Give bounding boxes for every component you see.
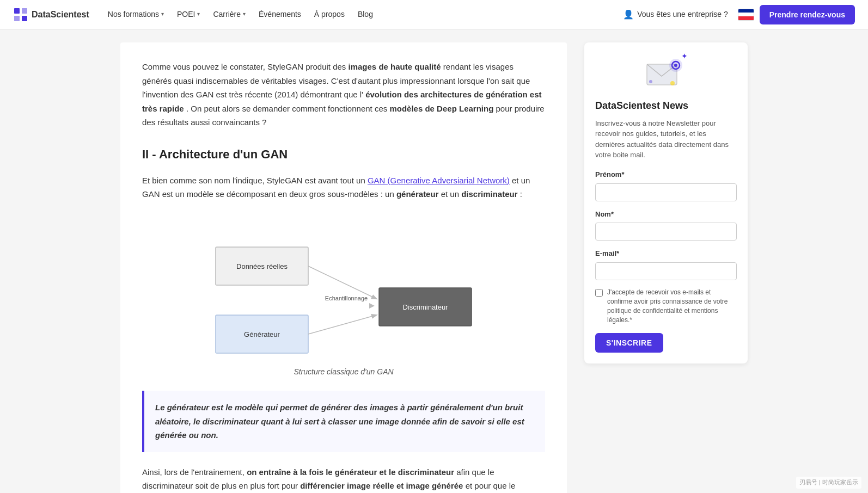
p2-and: et un xyxy=(441,189,462,199)
node-discriminateur-label: Discriminateur xyxy=(402,303,448,311)
nom-input[interactable] xyxy=(595,223,737,241)
nav-formations[interactable]: Nos formations ▾ xyxy=(102,5,169,23)
navbar: DataScientest Nos formations ▾ POEI ▾ Ca… xyxy=(0,0,868,29)
main-content: Comme vous pouvez le constater, StyleGAN… xyxy=(120,42,567,493)
prenom-input[interactable] xyxy=(595,183,737,201)
svg-point-17 xyxy=(670,81,675,85)
p2-bold2: discriminateur xyxy=(461,189,517,199)
formations-chevron-icon: ▾ xyxy=(161,10,164,19)
consent-row: J'accepte de recevoir vos e-mails et con… xyxy=(595,288,737,324)
svg-rect-2 xyxy=(14,16,20,21)
logo-text: DataScientest xyxy=(32,8,89,22)
blockquote-text: Le générateur est le modèle qui permet d… xyxy=(155,403,524,440)
newsletter-title: DataScientest News xyxy=(595,98,737,114)
paragraph3: Ainsi, lors de l'entrainement, on entraî… xyxy=(142,465,545,493)
nav-poei[interactable]: POEI ▾ xyxy=(172,5,205,23)
svg-rect-3 xyxy=(22,16,27,21)
p3-start: Ainsi, lors de l'entrainement, xyxy=(142,467,247,477)
svg-rect-1 xyxy=(22,8,27,14)
section2-heading: II - Architecture d'un GAN xyxy=(142,145,545,164)
svg-point-14 xyxy=(674,64,677,67)
newsletter-desc: Inscrivez-vous à notre Newsletter pour r… xyxy=(595,118,737,161)
svg-point-16 xyxy=(649,80,652,83)
watermark: 刃易号 | 时尚玩家岳示 xyxy=(796,477,861,489)
p2-bold1: générateur xyxy=(396,189,439,199)
carriere-chevron-icon: ▾ xyxy=(243,10,246,19)
svg-text:✦: ✦ xyxy=(681,53,688,60)
gan-diagram-svg: Données réelles Générateur Discriminateu… xyxy=(199,214,488,356)
p2-end: : xyxy=(520,189,522,199)
p1-start: Comme vous pouvez le constater, StyleGAN… xyxy=(142,62,349,71)
nav-blog[interactable]: Blog xyxy=(352,5,378,23)
svg-marker-9 xyxy=(369,303,375,309)
nav-carriere[interactable]: Carrière ▾ xyxy=(207,5,251,23)
consent-label[interactable]: J'accepte de recevoir vos e-mails et con… xyxy=(607,288,737,324)
consent-checkbox[interactable] xyxy=(595,289,603,297)
nav-evenements[interactable]: Événements xyxy=(253,5,307,23)
newsletter-icon-wrap: ✦ xyxy=(595,53,737,91)
newsletter-card: ✦ DataScientest News Inscrivez-vous à no… xyxy=(584,42,748,363)
p2-start: Et bien comme son nom l'indique, StyleGA… xyxy=(142,176,368,185)
enterprise-icon: 👤 xyxy=(623,8,634,22)
logo-icon xyxy=(13,7,28,22)
intro-paragraph: Comme vous pouvez le constater, StyleGAN… xyxy=(142,60,545,130)
email-input[interactable] xyxy=(595,262,737,280)
svg-rect-0 xyxy=(14,8,20,14)
nav-links: Nos formations ▾ POEI ▾ Carrière ▾ Événe… xyxy=(102,5,614,23)
node-generateur-label: Générateur xyxy=(244,330,280,338)
sidebar: ✦ DataScientest News Inscrivez-vous à no… xyxy=(584,42,748,363)
blockquote: Le générateur est le modèle qui permet d… xyxy=(142,391,545,452)
prenom-label: Prénom* xyxy=(595,169,737,181)
subscribe-button[interactable]: S'INSCRIRE xyxy=(595,333,663,353)
language-flag[interactable] xyxy=(738,9,754,21)
p1-bold3: modèles de Deep Learning xyxy=(389,104,493,113)
cta-button[interactable]: Prendre rendez-vous xyxy=(760,5,855,24)
svg-line-8 xyxy=(308,315,376,334)
logo[interactable]: DataScientest xyxy=(13,7,89,22)
p3-bold2: différencier image réelle et image génér… xyxy=(300,481,463,490)
gan-diagram: Données réelles Générateur Discriminateu… xyxy=(142,214,545,378)
diagram-caption: Structure classique d'un GAN xyxy=(294,366,393,378)
paragraph2: Et bien comme son nom l'indique, StyleGA… xyxy=(142,174,545,201)
p3-bold1: on entraîne à la fois le générateur et l… xyxy=(247,467,454,477)
nom-label: Nom* xyxy=(595,209,737,220)
newsletter-icon: ✦ xyxy=(644,53,688,91)
node-donnees-label: Données réelles xyxy=(236,262,288,270)
poei-chevron-icon: ▾ xyxy=(197,10,200,19)
email-label: E-mail* xyxy=(595,248,737,260)
enterprise-link[interactable]: 👤 Vous êtes une entreprise ? xyxy=(619,4,732,25)
gan-link[interactable]: GAN (Generative Adversiarial Network) xyxy=(368,176,510,185)
p1-mid2: . On peut alors se demander comment fonc… xyxy=(186,104,390,113)
nav-apropos[interactable]: À propos xyxy=(309,5,350,23)
diagram-svg-container: Données réelles Générateur Discriminateu… xyxy=(199,214,488,361)
svg-line-7 xyxy=(308,266,376,299)
node-echantillonnage-label: Echantillonnage xyxy=(325,295,368,301)
p1-bold1: images de haute qualité xyxy=(349,62,441,71)
nav-right: 👤 Vous êtes une entreprise ? Prendre ren… xyxy=(619,4,855,25)
page-layout: Comme vous pouvez le constater, StyleGAN… xyxy=(107,29,761,493)
